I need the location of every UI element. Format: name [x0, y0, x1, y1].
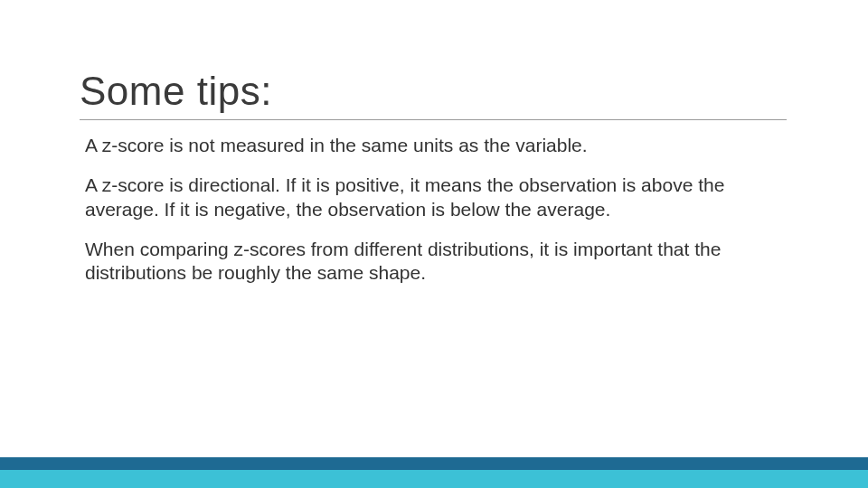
- slide: Some tips: A z-score is not measured in …: [0, 0, 868, 488]
- body-paragraph: When comparing z-scores from different d…: [85, 238, 787, 286]
- body-paragraph: A z-score is directional. If it is posit…: [85, 174, 787, 221]
- footer-bar-light: [0, 470, 868, 488]
- body-paragraph: A z-score is not measured in the same un…: [85, 134, 787, 157]
- slide-title: Some tips:: [80, 69, 272, 114]
- slide-body: A z-score is not measured in the same un…: [85, 134, 787, 301]
- footer-bar-dark: [0, 457, 868, 470]
- title-underline: [80, 119, 787, 120]
